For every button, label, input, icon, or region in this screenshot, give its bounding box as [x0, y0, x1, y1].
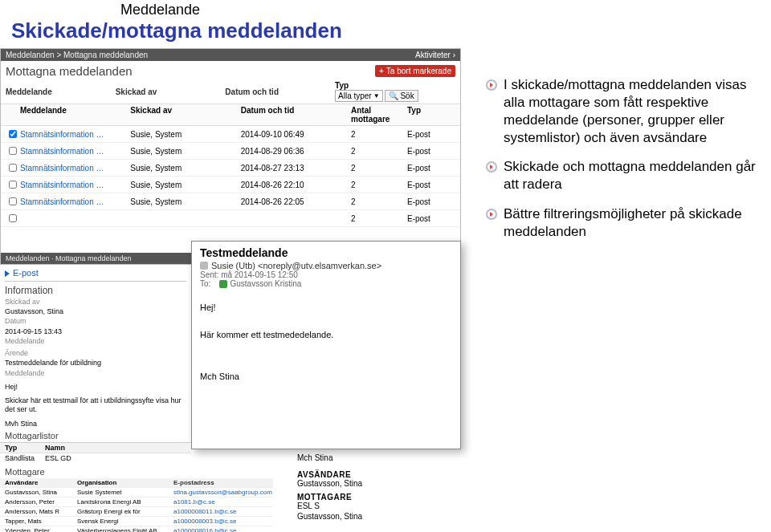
cell-typ: Sändlista — [5, 454, 45, 462]
cell: Stamnätsinformation … — [20, 197, 130, 206]
email-preview-popup: Testmeddelande Susie (Utb) <noreply@utv.… — [191, 241, 461, 449]
search-button[interactable]: 🔍 Sök — [385, 90, 418, 102]
bullet-text: I skickade/mottagna meddelanden visas al… — [504, 76, 763, 147]
th-antal[interactable]: Antal mottagare — [351, 106, 407, 124]
cell-org: Svensk Energi — [77, 518, 173, 525]
table-row[interactable]: Andersson, Mats RGrästorp Energi ek föra… — [0, 507, 273, 517]
cell: Stamnätsinformation … — [20, 164, 130, 173]
table-row[interactable]: Stamnätsinformation …Susie, System2014-0… — [1, 143, 460, 160]
row-checkbox[interactable] — [9, 197, 17, 205]
body-sign: Mvh Stina — [5, 420, 186, 428]
cell-user: Ydersten, Peter — [5, 527, 77, 532]
popup-subject: Testmeddelande — [200, 246, 452, 259]
app-window: Meddelanden > Mottagna meddelanden Aktiv… — [0, 48, 461, 265]
label-datum: Datum — [5, 317, 186, 326]
body-text: Skickar här ett testmail för att i utbil… — [5, 396, 186, 415]
sig-text: Mch Stina — [297, 453, 453, 462]
table-row[interactable]: 2E-post — [1, 210, 460, 227]
delete-selected-label: Ta bort markerade — [386, 67, 451, 75]
mottagare-value2: Gustavsson, Stina — [297, 512, 453, 521]
chevron-right-icon: › — [453, 51, 455, 59]
cell: 2014-08-26 22:10 — [241, 181, 351, 189]
recipient-marker-icon — [219, 280, 227, 288]
info-panel: E-post Information Skickad av Gustavsson… — [0, 265, 191, 431]
th-epost[interactable]: E-postadress — [173, 479, 268, 486]
bullet-text: Skickade och mottagna meddelanden går at… — [504, 158, 763, 193]
slide-title: Skickade/mottagna meddelanden — [11, 18, 771, 43]
popup-from-row: Susie (Utb) <noreply@utv.elsamverkan.se> — [200, 261, 452, 270]
bullet-icon — [486, 209, 497, 220]
label-arende: Ärende — [5, 349, 186, 358]
th-organisation[interactable]: Organisation — [77, 479, 173, 486]
body-hej: Hej! — [5, 383, 186, 392]
cell-org: Landskrona Energi AB — [77, 498, 173, 506]
row-checkbox[interactable] — [9, 147, 17, 155]
cell-org: Västerbergslagens Elnät AB — [77, 527, 173, 532]
avsandare-title: AVSÄNDARE — [297, 470, 453, 479]
mottagarlistor-row[interactable]: Sändlista ESL GD — [0, 453, 191, 463]
cell: Stamnätsinformation … — [20, 147, 130, 156]
table-row[interactable]: Stamnätsinformation …Susie, System2014-0… — [1, 193, 460, 210]
cell: 2014-08-26 22:05 — [241, 197, 351, 206]
bullet-text: Bättre filtreringsmöjligheter på skickad… — [504, 205, 763, 241]
cell-user: Gustavsson, Stina — [5, 489, 77, 496]
cell: 2 — [351, 197, 407, 206]
bullet-item: I skickade/mottagna meddelanden visas al… — [486, 76, 763, 147]
label-meddelande: Meddelande — [5, 337, 186, 346]
cell: E-post — [407, 164, 455, 173]
th-typ[interactable]: Typ — [407, 106, 455, 124]
cell-user: Tapper, Mats — [5, 518, 77, 525]
cell: E-post — [407, 214, 455, 223]
search-label: Sök — [400, 91, 414, 100]
cell: Susie, System — [130, 164, 240, 173]
bullet-icon — [486, 79, 497, 91]
col-typ: Typ — [335, 81, 455, 90]
cell-email: a1000008016.b@c.se — [173, 527, 268, 532]
row-checkbox[interactable] — [9, 214, 17, 222]
popup-from: Susie (Utb) <noreply@utv.elsamverkan.se> — [211, 261, 381, 270]
cell: Susie, System — [130, 181, 240, 189]
row-checkbox[interactable] — [9, 164, 17, 172]
cell: 2014-08-27 23:13 — [241, 164, 351, 173]
popup-sent-row: Sent: må 2014-09-15 12:50 — [200, 270, 452, 279]
search-icon: 🔍 — [389, 91, 398, 100]
label-skickad-av: Skickad av — [5, 298, 186, 307]
table-header-row: Meddelande Skickad av Datum och tid Anta… — [1, 104, 460, 126]
filter-toolbar: Meddelande Skickad av Datum och tid Typ … — [1, 79, 460, 104]
type-filter-select[interactable]: Alla typer ▼ — [335, 90, 383, 102]
cell: 2014-08-29 06:36 — [241, 147, 351, 156]
th-meddelande[interactable]: Meddelande — [20, 106, 130, 124]
chevron-down-icon: ▼ — [373, 92, 380, 99]
cell: Stamnätsinformation … — [20, 130, 130, 139]
table-row[interactable]: Gustavsson, StinaSusie Systemetstina.gus… — [0, 488, 273, 497]
bullet-list: I skickade/mottagna meddelanden visas al… — [486, 76, 763, 252]
th-datum[interactable]: Datum och tid — [241, 106, 351, 124]
th-skickad-av[interactable]: Skickad av — [130, 106, 240, 124]
table-row[interactable]: Stamnätsinformation …Susie, System2014-0… — [1, 177, 460, 193]
table-row[interactable]: Ydersten, PeterVästerbergslagens Elnät A… — [0, 526, 273, 532]
row-checkbox[interactable] — [9, 130, 17, 138]
delete-selected-button[interactable]: + Ta bort markerade — [375, 65, 455, 77]
cell-email: a1000008003.b@c.se — [173, 518, 268, 525]
row-checkbox[interactable] — [9, 181, 17, 189]
cell: E-post — [407, 181, 455, 189]
table-row[interactable]: Andersson, PeterLandskrona Energi ABa108… — [0, 497, 273, 507]
popup-to-row: To: Gustavsson Kristina — [200, 279, 452, 288]
mottagare-header: Användare Organisation E-postadress — [0, 478, 273, 488]
cell: E-post — [407, 147, 455, 156]
cell: 2 — [351, 130, 407, 139]
mottagare-value1: ESL S — [297, 502, 453, 510]
cell: Susie, System — [130, 197, 240, 206]
value-arende: Testmeddelande för utbildning — [5, 359, 186, 368]
table-row[interactable]: Stamnätsinformation …Susie, System2014-0… — [1, 160, 460, 177]
cell-namn: ESL GD — [45, 454, 186, 462]
epost-expand[interactable]: E-post — [5, 266, 186, 282]
th-anvandare[interactable]: Användare — [5, 479, 77, 486]
table-row[interactable]: Tapper, MatsSvensk Energia1000008003.b@c… — [0, 517, 273, 526]
th-namn[interactable]: Namn — [45, 444, 186, 452]
cell-user: Andersson, Mats R — [5, 508, 77, 515]
activities-label[interactable]: Aktiviteter › — [415, 51, 455, 59]
th-typ[interactable]: Typ — [5, 444, 45, 452]
cell: E-post — [407, 130, 455, 139]
table-row[interactable]: Stamnätsinformation …Susie, System2014-0… — [1, 126, 460, 143]
